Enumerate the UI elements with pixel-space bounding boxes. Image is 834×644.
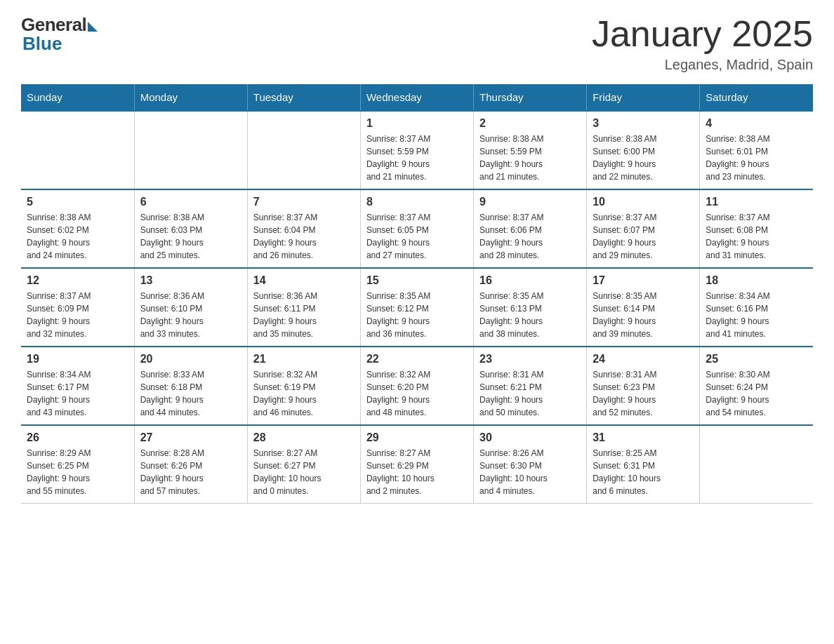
day-info: Sunrise: 8:35 AM Sunset: 6:13 PM Dayligh…	[479, 290, 581, 340]
day-number: 12	[27, 274, 128, 287]
day-number: 23	[479, 353, 581, 365]
calendar-cell	[700, 425, 813, 504]
day-number: 27	[140, 431, 241, 444]
logo: General Blue	[21, 14, 98, 55]
calendar-cell: 7Sunrise: 8:37 AM Sunset: 6:04 PM Daylig…	[247, 189, 360, 268]
calendar-cell	[134, 111, 247, 189]
day-info: Sunrise: 8:25 AM Sunset: 6:31 PM Dayligh…	[593, 447, 694, 497]
day-info: Sunrise: 8:30 AM Sunset: 6:24 PM Dayligh…	[706, 368, 807, 419]
day-number: 19	[27, 353, 128, 365]
header-day-wednesday: Wednesday	[360, 84, 473, 111]
calendar-cell: 9Sunrise: 8:37 AM Sunset: 6:06 PM Daylig…	[474, 189, 587, 268]
day-number: 29	[366, 431, 468, 444]
day-number: 10	[593, 196, 694, 208]
day-number: 2	[479, 117, 581, 130]
calendar-table: SundayMondayTuesdayWednesdayThursdayFrid…	[21, 84, 813, 504]
day-info: Sunrise: 8:37 AM Sunset: 6:08 PM Dayligh…	[706, 211, 807, 262]
calendar-row-week-1: 1Sunrise: 8:37 AM Sunset: 5:59 PM Daylig…	[21, 111, 813, 189]
calendar-cell: 20Sunrise: 8:33 AM Sunset: 6:18 PM Dayli…	[134, 347, 247, 425]
day-info: Sunrise: 8:33 AM Sunset: 6:18 PM Dayligh…	[140, 368, 241, 419]
calendar-cell: 29Sunrise: 8:27 AM Sunset: 6:29 PM Dayli…	[360, 425, 473, 504]
calendar-cell: 19Sunrise: 8:34 AM Sunset: 6:17 PM Dayli…	[21, 347, 134, 425]
day-info: Sunrise: 8:34 AM Sunset: 6:17 PM Dayligh…	[27, 368, 128, 419]
logo-blue-text: Blue	[22, 33, 62, 55]
calendar-cell: 30Sunrise: 8:26 AM Sunset: 6:30 PM Dayli…	[474, 425, 587, 504]
day-info: Sunrise: 8:38 AM Sunset: 6:03 PM Dayligh…	[140, 211, 241, 262]
day-number: 25	[706, 353, 807, 365]
day-info: Sunrise: 8:36 AM Sunset: 6:10 PM Dayligh…	[140, 290, 241, 340]
calendar-cell: 26Sunrise: 8:29 AM Sunset: 6:25 PM Dayli…	[21, 425, 134, 504]
day-info: Sunrise: 8:27 AM Sunset: 6:29 PM Dayligh…	[366, 447, 468, 497]
day-number: 15	[366, 274, 468, 287]
day-info: Sunrise: 8:37 AM Sunset: 5:59 PM Dayligh…	[366, 133, 468, 183]
day-number: 8	[366, 196, 468, 208]
day-info: Sunrise: 8:37 AM Sunset: 6:06 PM Dayligh…	[479, 211, 581, 262]
day-info: Sunrise: 8:35 AM Sunset: 6:12 PM Dayligh…	[366, 290, 468, 340]
day-info: Sunrise: 8:35 AM Sunset: 6:14 PM Dayligh…	[593, 290, 694, 340]
day-number: 7	[253, 196, 355, 208]
day-info: Sunrise: 8:32 AM Sunset: 6:20 PM Dayligh…	[366, 368, 468, 419]
day-info: Sunrise: 8:38 AM Sunset: 5:59 PM Dayligh…	[479, 133, 581, 183]
day-info: Sunrise: 8:37 AM Sunset: 6:09 PM Dayligh…	[27, 290, 128, 340]
day-number: 31	[593, 431, 694, 444]
day-number: 21	[253, 353, 355, 365]
day-info: Sunrise: 8:36 AM Sunset: 6:11 PM Dayligh…	[253, 290, 355, 340]
day-info: Sunrise: 8:37 AM Sunset: 6:05 PM Dayligh…	[366, 211, 468, 262]
calendar-cell: 2Sunrise: 8:38 AM Sunset: 5:59 PM Daylig…	[474, 111, 587, 189]
day-number: 24	[593, 353, 694, 365]
calendar-cell: 18Sunrise: 8:34 AM Sunset: 6:16 PM Dayli…	[700, 268, 813, 347]
calendar-cell: 14Sunrise: 8:36 AM Sunset: 6:11 PM Dayli…	[247, 268, 360, 347]
calendar-cell: 10Sunrise: 8:37 AM Sunset: 6:07 PM Dayli…	[587, 189, 700, 268]
calendar-cell: 4Sunrise: 8:38 AM Sunset: 6:01 PM Daylig…	[700, 111, 813, 189]
location: Leganes, Madrid, Spain	[592, 57, 813, 73]
day-info: Sunrise: 8:31 AM Sunset: 6:21 PM Dayligh…	[479, 368, 581, 419]
calendar-row-week-2: 5Sunrise: 8:38 AM Sunset: 6:02 PM Daylig…	[21, 189, 813, 268]
header-day-saturday: Saturday	[700, 84, 813, 111]
header-row: SundayMondayTuesdayWednesdayThursdayFrid…	[21, 84, 813, 111]
calendar-row-week-3: 12Sunrise: 8:37 AM Sunset: 6:09 PM Dayli…	[21, 268, 813, 347]
day-number: 18	[706, 274, 807, 287]
day-number: 28	[253, 431, 355, 444]
calendar-row-week-5: 26Sunrise: 8:29 AM Sunset: 6:25 PM Dayli…	[21, 425, 813, 504]
day-number: 22	[366, 353, 468, 365]
day-number: 14	[253, 274, 355, 287]
calendar-cell: 12Sunrise: 8:37 AM Sunset: 6:09 PM Dayli…	[21, 268, 134, 347]
day-info: Sunrise: 8:31 AM Sunset: 6:23 PM Dayligh…	[593, 368, 694, 419]
day-number: 17	[593, 274, 694, 287]
day-number: 30	[479, 431, 581, 444]
day-number: 1	[366, 117, 468, 130]
calendar-cell: 13Sunrise: 8:36 AM Sunset: 6:10 PM Dayli…	[134, 268, 247, 347]
header-day-sunday: Sunday	[21, 84, 134, 111]
calendar-cell: 5Sunrise: 8:38 AM Sunset: 6:02 PM Daylig…	[21, 189, 134, 268]
calendar-cell	[247, 111, 360, 189]
day-info: Sunrise: 8:28 AM Sunset: 6:26 PM Dayligh…	[140, 447, 241, 497]
calendar-header: SundayMondayTuesdayWednesdayThursdayFrid…	[21, 84, 813, 111]
calendar-cell: 11Sunrise: 8:37 AM Sunset: 6:08 PM Dayli…	[700, 189, 813, 268]
calendar-cell: 28Sunrise: 8:27 AM Sunset: 6:27 PM Dayli…	[247, 425, 360, 504]
day-number: 5	[27, 196, 128, 208]
day-info: Sunrise: 8:26 AM Sunset: 6:30 PM Dayligh…	[479, 447, 581, 497]
page-header: General Blue January 2025 Leganes, Madri…	[21, 14, 813, 73]
title-section: January 2025 Leganes, Madrid, Spain	[592, 14, 813, 73]
day-number: 11	[706, 196, 807, 208]
day-number: 26	[27, 431, 128, 444]
day-number: 9	[479, 196, 581, 208]
day-number: 16	[479, 274, 581, 287]
calendar-cell: 3Sunrise: 8:38 AM Sunset: 6:00 PM Daylig…	[587, 111, 700, 189]
calendar-cell: 16Sunrise: 8:35 AM Sunset: 6:13 PM Dayli…	[474, 268, 587, 347]
calendar-row-week-4: 19Sunrise: 8:34 AM Sunset: 6:17 PM Dayli…	[21, 347, 813, 425]
calendar-body: 1Sunrise: 8:37 AM Sunset: 5:59 PM Daylig…	[21, 111, 813, 504]
calendar-cell: 25Sunrise: 8:30 AM Sunset: 6:24 PM Dayli…	[700, 347, 813, 425]
day-number: 6	[140, 196, 241, 208]
day-info: Sunrise: 8:32 AM Sunset: 6:19 PM Dayligh…	[253, 368, 355, 419]
day-info: Sunrise: 8:27 AM Sunset: 6:27 PM Dayligh…	[253, 447, 355, 497]
day-number: 3	[593, 117, 694, 130]
day-info: Sunrise: 8:38 AM Sunset: 6:00 PM Dayligh…	[593, 133, 694, 183]
calendar-cell: 8Sunrise: 8:37 AM Sunset: 6:05 PM Daylig…	[360, 189, 473, 268]
day-info: Sunrise: 8:34 AM Sunset: 6:16 PM Dayligh…	[706, 290, 807, 340]
day-info: Sunrise: 8:29 AM Sunset: 6:25 PM Dayligh…	[27, 447, 128, 497]
day-info: Sunrise: 8:37 AM Sunset: 6:04 PM Dayligh…	[253, 211, 355, 262]
day-number: 4	[706, 117, 807, 130]
calendar-cell: 24Sunrise: 8:31 AM Sunset: 6:23 PM Dayli…	[587, 347, 700, 425]
header-day-tuesday: Tuesday	[247, 84, 360, 111]
